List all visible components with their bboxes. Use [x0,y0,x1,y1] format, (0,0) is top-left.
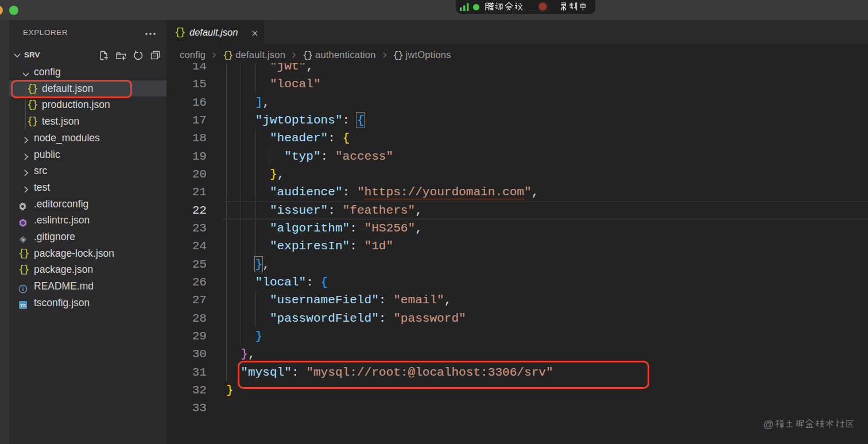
svg-text:TS: TS [20,303,26,308]
